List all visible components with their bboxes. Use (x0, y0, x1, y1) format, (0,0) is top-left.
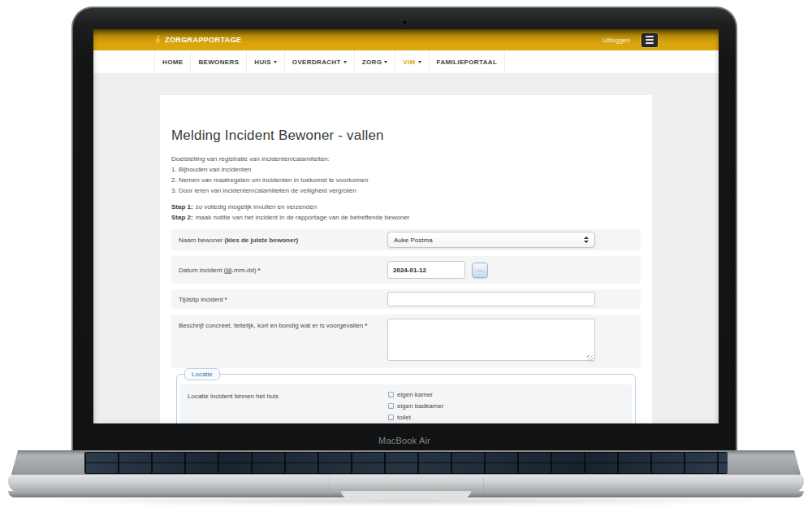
trackpad-edge (329, 476, 330, 491)
palmrest (8, 475, 804, 493)
steps-text: Stap 1:zo volledig mogelijk invullen en … (171, 202, 641, 223)
laptop-shadow (29, 497, 783, 505)
laptop-lid: ZORGRAPPORTAGE Uitloggen HOME BEWONE (71, 7, 737, 450)
app-logo: ZORGRAPPORTAGE (154, 35, 241, 46)
keyboard (84, 452, 728, 474)
step-1: Stap 1:zo volledig mogelijk invullen en … (171, 202, 641, 212)
page-title: Melding Incident Bewoner - vallen (171, 128, 641, 144)
nav-item-home[interactable]: HOME (154, 50, 190, 73)
incident-form: Naam bewoner (kies de juiste bewoner) Au… (171, 229, 641, 423)
app-name: ZORGRAPPORTAGE (165, 36, 241, 44)
location-fieldset: Locatie Locatie incident binnen het huis… (176, 374, 636, 423)
nav-item-overdracht[interactable]: OVERDRACHT (284, 50, 354, 73)
time-input[interactable] (387, 292, 595, 306)
hamburger-menu-icon[interactable] (641, 33, 658, 47)
resident-select[interactable]: Auke Postma (387, 232, 595, 248)
step-2: Stap 2:maak notitie van het incident in … (171, 212, 641, 223)
content-card: Melding Incident Bewoner - vallen Doelst… (160, 95, 652, 423)
macbook-air-label: MacBook Air (73, 436, 736, 445)
lightning-z-icon (154, 35, 162, 46)
keyboard-deck (11, 450, 801, 475)
checkbox-icon[interactable] (388, 415, 394, 420)
location-label: Locatie incident binnen het huis (188, 391, 388, 401)
intro-text: Doelstelling van registratie van inciden… (171, 154, 641, 196)
laptop-mockup: ZORGRAPPORTAGE Uitloggen HOME BEWONE (0, 0, 812, 508)
webcam-icon (403, 20, 407, 24)
form-row-description: Beschrijf concreet, feitelijk, kort en b… (171, 315, 641, 368)
location-option-toilet[interactable]: toilet (388, 414, 443, 421)
location-legend: Locatie (184, 368, 220, 380)
trackpad-edge (483, 476, 484, 491)
date-input[interactable] (387, 261, 465, 279)
resident-select-value: Auke Postma (394, 237, 433, 244)
location-option-eigen-badkamer[interactable]: eigen badkamer (388, 402, 443, 410)
page-background: Melding Incident Bewoner - vallen Doelst… (93, 73, 719, 423)
caret-down-icon (343, 61, 347, 63)
nav-item-bewoners[interactable]: BEWONERS (190, 50, 246, 73)
laptop-screen: ZORGRAPPORTAGE Uitloggen HOME BEWONE (93, 29, 719, 423)
date-label: Datum incident (jjjj-mm-dd)* (179, 266, 387, 275)
location-options: eigen kamer eigen badkamer toilet (388, 391, 443, 423)
form-row-time: Tijdstip incident* (171, 289, 641, 309)
select-stepper-icon (584, 237, 589, 243)
description-label: Beschrijf concreet, feitelijk, kort en b… (179, 319, 387, 330)
checkbox-icon[interactable] (388, 392, 394, 397)
form-row-resident: Naam bewoner (kies de juiste bewoner) Au… (171, 229, 641, 250)
caret-down-icon (418, 61, 421, 63)
form-row-date: Datum incident (jjjj-mm-dd)* ... (171, 256, 641, 284)
resident-label: Naam bewoner (kies de juiste bewoner) (179, 236, 387, 245)
date-picker-button[interactable]: ... (472, 263, 488, 278)
nav-item-vim[interactable]: VIM (395, 50, 428, 73)
app-header: ZORGRAPPORTAGE Uitloggen (93, 29, 719, 50)
caret-down-icon (384, 61, 387, 63)
nav-item-familieportaal[interactable]: FAMILIEPORTAAL (429, 50, 506, 73)
time-label: Tijdstip incident* (179, 295, 387, 304)
checkbox-icon[interactable] (388, 403, 394, 409)
logout-link[interactable]: Uitloggen (603, 37, 630, 44)
description-textarea[interactable] (387, 319, 595, 361)
location-option-eigen-kamer[interactable]: eigen kamer (388, 391, 443, 398)
nav-item-huis[interactable]: HUIS (246, 50, 284, 73)
caret-down-icon (274, 61, 277, 63)
main-nav: HOME BEWONERS HUIS OVERDRACHT ZORG (93, 50, 719, 73)
form-row-location: Locatie incident binnen het huis eigen k… (180, 384, 632, 423)
nav-item-zorg[interactable]: ZORG (354, 50, 395, 73)
